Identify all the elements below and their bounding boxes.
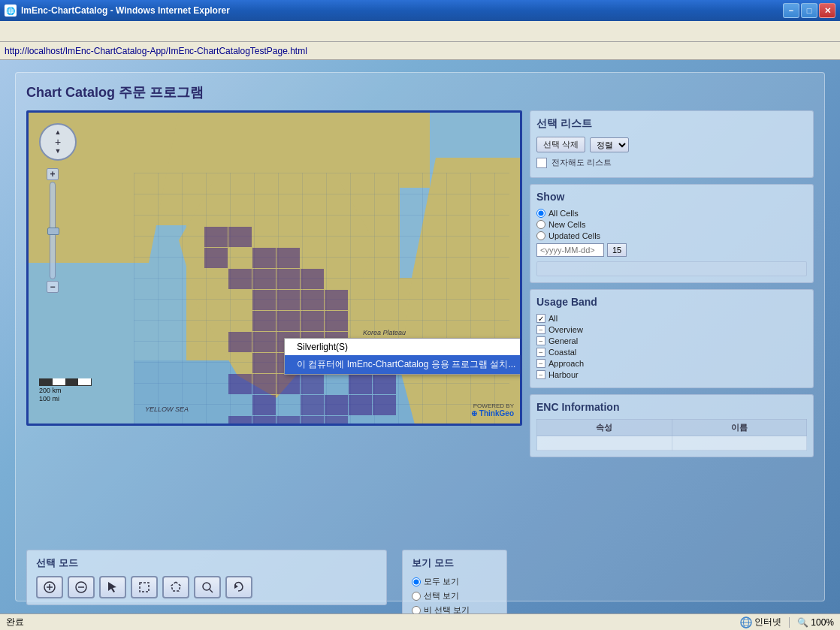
enc-list-row: 전자해도 리스트 [536,157,807,168]
all-cells-radio[interactable] [536,209,545,218]
band-general-row: − General [536,336,807,345]
svg-rect-12 [301,290,324,310]
status-text: 완료 [6,616,733,628]
extra-field [536,261,807,276]
updated-cells-label: Updated Cells [548,231,600,240]
address-text[interactable]: http://localhost/ImEnc-ChartCatalog-App/… [5,46,307,56]
svg-line-52 [210,589,213,592]
view-selected-label: 선택 보기 [424,590,459,601]
sort-select[interactable]: 정렬 [590,137,629,152]
svg-rect-10 [252,290,276,310]
svg-marker-53 [234,584,238,589]
enc-info-title: ENC Information [536,401,807,413]
selection-list-header: 선택 삭제 정렬 [536,137,807,152]
zoom-out-button[interactable]: − [47,281,59,293]
label-korea-plateau: Korea Plateau [363,329,406,336]
page-title: Chart Catalog 주문 프로그램 [26,83,814,101]
new-cells-radio[interactable] [536,220,545,229]
svg-rect-35 [325,395,348,415]
enc-col-name: 이름 [672,420,807,436]
powered-by: POWERED BY ⊕ ThinkGeo [471,402,514,417]
svg-rect-7 [204,227,228,247]
svg-point-51 [203,583,210,590]
svg-rect-18 [228,332,252,352]
ie-toolbar [0,21,840,42]
band-all-checkbox[interactable]: ✓ [536,314,545,323]
selection-mode-title: 선택 모드 [36,556,377,570]
pointer-tool-button[interactable] [99,576,126,598]
enc-table-row [537,436,807,451]
date-input[interactable] [536,243,604,257]
zoom-in-button[interactable]: + [47,168,59,180]
selection-list-panel: 선택 리스트 선택 삭제 정렬 전자해도 리스트 [530,110,814,178]
date-num: 15 [607,243,627,257]
svg-rect-6 [301,269,324,289]
new-cells-row: New Cells [536,220,807,229]
updated-cells-radio[interactable] [536,231,545,240]
band-harbour-label: Harbour [548,370,579,379]
view-all-row: 모두 보기 [412,576,497,587]
status-zoom: 🔍 100% [797,617,834,628]
usage-band-title: Usage Band [536,296,807,308]
new-cells-label: New Cells [548,220,586,229]
rect-tool-button[interactable] [131,576,158,598]
zoom-thumb[interactable] [47,228,59,235]
selection-list-title: 선택 리스트 [536,117,807,131]
context-menu-item-install[interactable]: 이 컴퓨터에 ImEnc-ChartCatalog 응용 프로그램 설치... [285,355,522,374]
zoom-slider[interactable]: + − [47,168,59,293]
band-coastal-checkbox[interactable]: − [536,348,545,357]
right-panel: 선택 리스트 선택 삭제 정렬 전자해도 리스트 Show [530,110,814,542]
view-all-radio[interactable] [412,577,421,586]
context-menu[interactable]: Silverlight(S) 이 컴퓨터에 ImEnc-ChartCatalog… [284,338,522,375]
delete-selection-button[interactable]: 선택 삭제 [536,137,585,152]
band-approach-checkbox[interactable]: − [536,359,545,368]
svg-rect-4 [252,269,276,289]
scale-bar-line [39,378,92,386]
close-button[interactable]: ✕ [819,3,835,18]
svg-rect-5 [276,269,300,289]
internet-status: 인터넷 [740,616,781,628]
band-coastal-label: Coastal [548,348,576,357]
band-overview-label: Overview [548,325,583,334]
view-mode-title: 보기 모드 [412,556,497,570]
enc-list-checkbox[interactable] [536,158,547,168]
view-selected-radio[interactable] [412,592,421,601]
add-tool-button[interactable] [36,576,63,598]
remove-tool-button[interactable] [68,576,95,598]
band-overview-checkbox[interactable]: − [536,325,545,334]
updated-cells-row: Updated Cells [536,231,807,240]
band-general-checkbox[interactable]: − [536,336,545,345]
map-container[interactable]: ▲ + ▼ + − YELLOW SEA KOREA STRAIT JEJU H… [26,110,522,426]
minimize-button[interactable]: − [783,3,799,18]
scale-100mi: 100 mi [39,395,92,402]
magnifier-icon [201,580,214,594]
context-menu-item-silverlight[interactable]: Silverlight(S) [285,339,522,355]
app-icon: 🌐 [5,5,17,17]
svg-rect-28 [252,395,276,415]
svg-rect-37 [373,395,396,415]
band-overview-row: − Overview [536,325,807,334]
band-coastal-row: − Coastal [536,348,807,357]
selection-mode-panel: 선택 모드 [26,550,387,605]
undo-icon [232,580,246,594]
poly-tool-button[interactable] [162,576,189,598]
band-all-label: All [548,314,557,323]
window-controls: − □ ✕ [783,3,835,18]
view-selected-row: 선택 보기 [412,590,497,601]
svg-rect-15 [276,311,300,331]
enc-info-panel: ENC Information 속성 이름 [530,394,814,457]
svg-rect-34 [373,374,396,394]
svg-rect-36 [349,395,372,415]
date-row: 15 [536,243,807,257]
undo-tool-button[interactable] [225,576,252,598]
zoom-track[interactable] [50,182,56,279]
svg-rect-1 [252,248,276,268]
search-tool-button[interactable] [194,576,221,598]
svg-rect-14 [252,311,276,331]
band-harbour-checkbox[interactable]: − [536,370,545,379]
nav-compass[interactable]: ▲ + ▼ [39,123,77,161]
svg-rect-39 [276,416,300,424]
svg-rect-29 [228,416,252,424]
maximize-button[interactable]: □ [801,3,817,18]
map-grid-svg [29,113,520,424]
